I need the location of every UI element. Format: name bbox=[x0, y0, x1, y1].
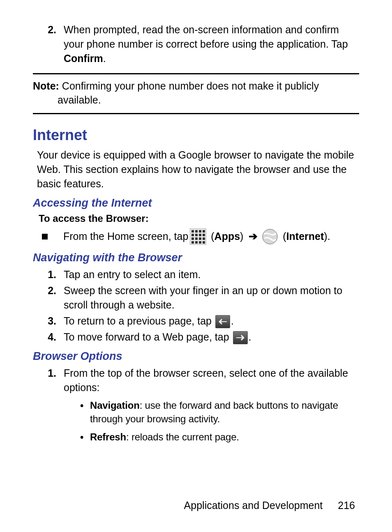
options-sub-bullets: • Navigation: use the forward and back b… bbox=[80, 399, 359, 444]
step-body: When prompted, read the on-screen inform… bbox=[64, 23, 359, 66]
svg-rect-13 bbox=[191, 241, 194, 244]
step-number: 1. bbox=[41, 366, 64, 449]
step-body: Tap an entry to select an item. bbox=[64, 267, 359, 282]
step-2-confirm: 2. When prompted, read the on-screen inf… bbox=[41, 23, 359, 66]
forward-button-icon bbox=[233, 331, 248, 344]
page-footer: Applications and Development 216 bbox=[184, 500, 355, 511]
svg-rect-6 bbox=[195, 234, 198, 236]
step-body: From the top of the browser screen, sele… bbox=[64, 366, 359, 449]
bullet-rest: : reloads the current page. bbox=[126, 431, 239, 442]
note-block: Note: Confirming your phone number does … bbox=[33, 73, 359, 114]
svg-rect-11 bbox=[199, 237, 201, 240]
access-instruction-row: From the Home screen, tap (Apps) ➔ bbox=[42, 228, 359, 245]
svg-rect-4 bbox=[203, 230, 205, 233]
apps-label-wrap: (Apps) bbox=[208, 229, 246, 244]
note-line2: available. bbox=[33, 93, 359, 107]
svg-rect-5 bbox=[191, 234, 194, 236]
arrow-right-icon: ➔ bbox=[249, 228, 258, 244]
nav3-pre: To return to a previous page, tap bbox=[64, 315, 214, 327]
bullet-dot-icon: • bbox=[80, 399, 90, 426]
nav-step-3: 3. To return to a previous page, tap . bbox=[41, 314, 359, 328]
step-number: 2. bbox=[41, 23, 64, 66]
square-bullet-icon bbox=[42, 234, 48, 240]
internet-label: Internet bbox=[286, 230, 324, 242]
step-bold: Confirm bbox=[64, 53, 103, 64]
opts-text: From the top of the browser screen, sele… bbox=[64, 367, 348, 393]
svg-rect-1 bbox=[191, 230, 194, 233]
back-button-icon bbox=[215, 315, 230, 328]
svg-rect-15 bbox=[199, 241, 201, 244]
step-number: 1. bbox=[41, 267, 64, 282]
opts-step-1: 1. From the top of the browser screen, s… bbox=[41, 366, 359, 449]
svg-rect-8 bbox=[203, 234, 205, 236]
navigation-steps-list: 1. Tap an entry to select an item. 2. Sw… bbox=[41, 267, 359, 345]
prior-step-list: 2. When prompted, read the on-screen inf… bbox=[41, 23, 359, 66]
footer-section: Applications and Development bbox=[184, 500, 323, 511]
heading-browser-options: Browser Options bbox=[33, 350, 359, 363]
nav-step-1: 1. Tap an entry to select an item. bbox=[41, 267, 359, 282]
nav-step-2: 2. Sweep the screen with your finger in … bbox=[41, 283, 359, 312]
footer-page-number: 216 bbox=[338, 500, 355, 511]
access-lead: To access the Browser: bbox=[39, 213, 359, 224]
heading-internet: Internet bbox=[33, 127, 359, 144]
heading-accessing-internet: Accessing the Internet bbox=[33, 197, 359, 210]
bullet-lead: Refresh bbox=[90, 431, 126, 442]
step-number: 3. bbox=[41, 314, 64, 328]
svg-rect-16 bbox=[203, 241, 205, 244]
step-body: Sweep the screen with your finger in an … bbox=[64, 283, 359, 312]
options-steps-list: 1. From the top of the browser screen, s… bbox=[41, 366, 359, 449]
step-text-b: . bbox=[103, 53, 106, 64]
apps-label: Apps bbox=[214, 230, 240, 242]
bullet-text: Refresh: reloads the current page. bbox=[90, 431, 359, 444]
bullet-lead: Navigation bbox=[90, 400, 140, 411]
svg-rect-12 bbox=[203, 237, 205, 240]
step-text-a: When prompted, read the on-screen inform… bbox=[64, 24, 348, 50]
step-body: To return to a previous page, tap . bbox=[64, 314, 359, 328]
svg-rect-14 bbox=[195, 241, 198, 244]
manual-page: 2. When prompted, read the on-screen inf… bbox=[0, 0, 392, 532]
bullet-refresh: • Refresh: reloads the current page. bbox=[80, 431, 359, 444]
note-line1: Confirming your phone number does not ma… bbox=[59, 80, 319, 92]
heading-navigating-browser: Navigating with the Browser bbox=[33, 251, 359, 264]
nav4-pre: To move forward to a Web page, tap bbox=[64, 331, 232, 343]
svg-rect-3 bbox=[199, 230, 201, 233]
step-number: 2. bbox=[41, 283, 64, 312]
nav-step-4: 4. To move forward to a Web page, tap . bbox=[41, 330, 359, 344]
intro-paragraph: Your device is equipped with a Google br… bbox=[37, 148, 359, 191]
internet-label-wrap: (Internet). bbox=[280, 229, 330, 244]
svg-rect-2 bbox=[195, 230, 198, 233]
bullet-text: Navigation: use the forward and back but… bbox=[90, 399, 359, 426]
nav3-post: . bbox=[231, 315, 234, 327]
note-label: Note: bbox=[33, 80, 59, 92]
step-body: To move forward to a Web page, tap . bbox=[64, 330, 359, 344]
nav4-post: . bbox=[249, 331, 251, 343]
apps-grid-icon bbox=[190, 228, 206, 245]
svg-rect-9 bbox=[191, 237, 194, 240]
bullet-navigation: • Navigation: use the forward and back b… bbox=[80, 399, 359, 426]
svg-rect-7 bbox=[199, 234, 201, 236]
svg-rect-10 bbox=[195, 237, 198, 240]
globe-icon bbox=[262, 228, 278, 245]
step-number: 4. bbox=[41, 330, 64, 344]
bullet-dot-icon: • bbox=[80, 431, 90, 444]
access-pre-text: From the Home screen, tap bbox=[63, 229, 188, 244]
